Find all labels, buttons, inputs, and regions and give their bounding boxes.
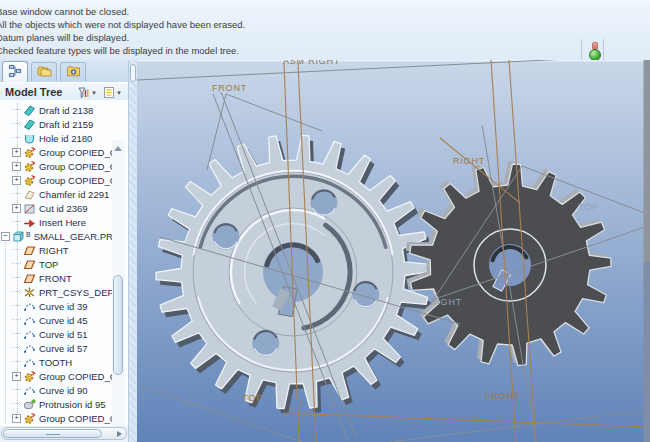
expand-icon[interactable]: + xyxy=(12,204,21,213)
curve-icon xyxy=(23,342,36,355)
tree-item-tooth[interactable]: TOOTH xyxy=(0,355,113,369)
tree-item-top[interactable]: TOP xyxy=(0,257,113,271)
group-icon xyxy=(23,370,36,383)
tree-filters-button[interactable]: ▼ xyxy=(77,86,100,99)
window-edge xyxy=(644,262,650,442)
model-tree: Draft id 2138Draft id 2159Hole id 2180+G… xyxy=(0,103,113,425)
tree-connector xyxy=(12,347,21,349)
tree-item-label: Curve id 90 xyxy=(39,385,88,396)
tree-item-front[interactable]: FRONT xyxy=(0,271,113,285)
tree-item-curve-id-57[interactable]: Curve id 57 xyxy=(0,341,113,355)
tree-connector xyxy=(12,333,21,335)
tree-item-label: Group COPIED_GR xyxy=(39,175,113,186)
tree-item-label: Draft id 2138 xyxy=(39,105,93,116)
datum-label: FRONT xyxy=(212,83,247,93)
tree-horizontal-scrollbar[interactable] xyxy=(1,427,127,440)
expand-icon[interactable]: + xyxy=(12,372,21,381)
collapse-icon[interactable]: − xyxy=(1,232,10,241)
tree-item-label: Curve id 39 xyxy=(39,301,88,312)
model-tree-tab[interactable] xyxy=(2,61,28,82)
expand-icon[interactable]: + xyxy=(12,148,21,157)
tree-item-hole-id-2180[interactable]: Hole id 2180 xyxy=(0,131,113,145)
tree-connector xyxy=(12,193,21,195)
tree-item-label: RIGHT xyxy=(39,245,69,256)
expand-icon[interactable]: + xyxy=(12,162,21,171)
tree-item-label: PRT_CSYS_DEF xyxy=(39,287,113,298)
regeneration-status-icon[interactable] xyxy=(588,42,602,62)
group-icon xyxy=(23,412,36,425)
scroll-up-icon[interactable] xyxy=(114,146,122,151)
tree-item-label: Protrusion id 95 xyxy=(39,399,106,410)
expand-icon[interactable]: + xyxy=(12,176,21,185)
plane-icon xyxy=(23,244,36,257)
tree-item-protrusion-id-95[interactable]: Protrusion id 95 xyxy=(0,397,113,411)
tree-item-group-copied-gr[interactable]: +Group COPIED_GR xyxy=(0,173,113,187)
tree-item-cut-id-2369[interactable]: +Cut id 2369 xyxy=(0,201,113,215)
datum-label: TOP xyxy=(578,202,599,212)
tree-item-group-copied-gr[interactable]: +Group COPIED_GR xyxy=(0,159,113,173)
tree-item-chamfer-id-2291[interactable]: Chamfer id 2291 xyxy=(0,187,113,201)
tree-item-label: Group COPIED_GR xyxy=(39,161,113,172)
3d-viewport[interactable]: ASM RIGHTFRONTRIGHTTOPRIGHTTOPFRONTA xyxy=(137,60,650,442)
draft-icon xyxy=(23,104,36,117)
tree-item-group-copied-gr[interactable]: +Group COPIED_GR xyxy=(0,145,113,159)
datum-label: RIGHT xyxy=(453,156,485,166)
tree-connector xyxy=(12,305,21,307)
curve-icon xyxy=(23,314,36,327)
status-badge: B xyxy=(26,231,31,238)
tree-item-small-gear-prt[interactable]: −BSMALL_GEAR.PRT xyxy=(0,229,113,243)
tree-item-label: FRONT xyxy=(39,273,72,284)
group-icon xyxy=(23,160,36,173)
gear-hole xyxy=(310,189,337,216)
tree-item-label: Group COPIED_GR xyxy=(39,413,113,424)
tree-item-group-copied-gr[interactable]: +Group COPIED_GR xyxy=(0,369,113,383)
tree-connector xyxy=(12,389,21,391)
part-icon xyxy=(12,230,25,243)
tree-connector xyxy=(12,291,21,293)
tree-item-draft-id-2159[interactable]: Draft id 2159 xyxy=(0,117,113,131)
tree-connector xyxy=(12,403,21,405)
panel-sash[interactable] xyxy=(128,60,137,442)
message-line: Base window cannot be closed. xyxy=(0,5,650,18)
navigator-tabbar xyxy=(0,60,128,83)
tree-item-draft-id-2138[interactable]: Draft id 2138 xyxy=(0,103,113,117)
sash-handle[interactable] xyxy=(130,64,136,82)
scrollbar-thumb[interactable] xyxy=(113,275,123,375)
tree-item-curve-id-39[interactable]: Curve id 39 xyxy=(0,299,113,313)
gear-hole xyxy=(212,223,239,250)
tree-connector xyxy=(12,123,21,125)
navigator-panel: Model Tree ▼ ▼ Draft id 2138Draft xyxy=(0,60,128,442)
tree-connector xyxy=(12,249,21,251)
tree-vertical-scrollbar[interactable] xyxy=(112,140,125,426)
tree-item-curve-id-51[interactable]: Curve id 51 xyxy=(0,327,113,341)
tree-item-label: Hole id 2180 xyxy=(39,133,92,144)
divider xyxy=(581,39,582,61)
folder-browser-tab[interactable] xyxy=(31,62,57,81)
group-icon xyxy=(23,146,36,159)
tree-connector xyxy=(12,221,21,223)
tree-settings-button[interactable]: ▼ xyxy=(103,86,125,99)
protrusion-icon xyxy=(23,398,36,411)
settings-list-icon xyxy=(103,86,115,99)
tree-item-group-copied-gr[interactable]: +Group COPIED_GR xyxy=(0,411,113,425)
tree-item-right[interactable]: RIGHT xyxy=(0,243,113,257)
tree-item-label: Curve id 57 xyxy=(39,343,88,354)
model-tree-container: Draft id 2138Draft id 2159Hole id 2180+G… xyxy=(0,100,128,426)
tree-item-curve-id-45[interactable]: Curve id 45 xyxy=(0,313,113,327)
scroll-right-icon[interactable] xyxy=(117,431,122,437)
favorites-tab[interactable] xyxy=(60,62,86,81)
favorites-folder-icon xyxy=(66,65,81,78)
expand-icon[interactable]: + xyxy=(12,414,21,423)
group-icon xyxy=(23,174,36,187)
cad-application-window: Base window cannot be closed. All the ob… xyxy=(0,0,650,442)
gear-hole xyxy=(252,329,279,356)
tree-item-label: Insert Here xyxy=(39,217,86,228)
scrollbar-thumb[interactable] xyxy=(3,429,102,438)
tree-connector xyxy=(12,109,21,111)
tree-item-curve-id-90[interactable]: Curve id 90 xyxy=(0,383,113,397)
chamfer-icon xyxy=(23,188,36,201)
tree-item-insert-here[interactable]: Insert Here xyxy=(0,215,113,229)
curve-icon xyxy=(23,300,36,313)
tree-item-prt-csys-def[interactable]: PRT_CSYS_DEF xyxy=(0,285,113,299)
divider xyxy=(603,39,604,61)
